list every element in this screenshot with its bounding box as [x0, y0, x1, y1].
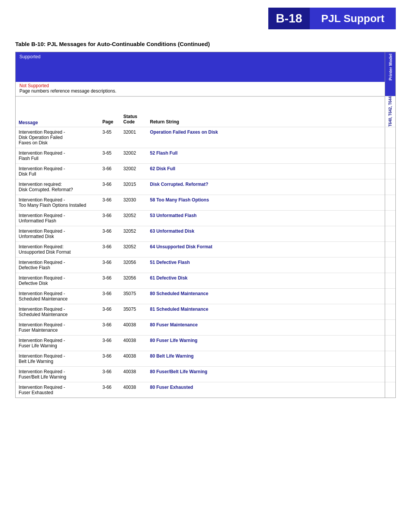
cell-message: Intervention Required -Defective Flash [16, 257, 99, 273]
header-box: B-18 PJL Support [268, 8, 396, 29]
printer-model-header-label: Printer Model [385, 52, 395, 82]
col-header-return: Return String [147, 97, 385, 127]
page-header: B-18 PJL Support [15, 8, 396, 29]
cell-status: 32002 [120, 163, 147, 179]
table-row: Intervention Required -Defective Flash 3… [16, 257, 395, 273]
table-row: Intervention Required -Fuser Maintenance… [16, 320, 395, 335]
cell-message: Intervention Required -Fuser Exhausted [16, 382, 99, 398]
table-row: Intervention Required -Too Many Flash Op… [16, 195, 395, 210]
cell-page: 3-66 [99, 288, 120, 304]
cell-return: 80 Fuser Life Warning [147, 335, 385, 351]
cell-status: 35075 [120, 304, 147, 320]
legend-not-supported-text: Not Supported [19, 83, 381, 88]
cell-printer-model [385, 335, 395, 351]
table-row: Intervention Required -Scheduled Mainten… [16, 304, 395, 320]
legend-not-supported-container: Not Supported [16, 82, 395, 88]
cell-message: Intervention Required:Unsupported Disk F… [16, 241, 99, 257]
cell-printer-model [385, 195, 395, 210]
cell-printer-model [385, 127, 395, 148]
table-row: Intervention Required -Defective Disk 3-… [16, 273, 395, 288]
cell-status: 32015 [120, 179, 147, 195]
cell-page: 3-65 [99, 148, 120, 163]
cell-return: 63 Unformatted Disk [147, 226, 385, 241]
cell-status: 40038 [120, 320, 147, 335]
table-row: Intervention Required -Fuser/Belt Life W… [16, 366, 395, 382]
cell-return: 61 Defective Disk [147, 273, 385, 288]
cell-printer-model [385, 226, 395, 241]
cell-message: Intervention Required -Fuser Life Warnin… [16, 335, 99, 351]
cell-printer-model [385, 366, 395, 382]
table-row: Intervention Required -Unformatted Disk … [16, 226, 395, 241]
table-row: Intervention Required -Scheduled Mainten… [16, 288, 395, 304]
cell-page: 3-66 [99, 351, 120, 366]
cell-status: 35075 [120, 288, 147, 304]
table-row: Intervention Required -Belt Life Warning… [16, 351, 395, 366]
col-header-message: Message [16, 97, 99, 127]
cell-page: 3-66 [99, 163, 120, 179]
cell-printer-model [385, 320, 395, 335]
cell-printer-model [385, 273, 395, 288]
table-row: Intervention Required -Flash Full 3-65 3… [16, 148, 395, 163]
cell-printer-model [385, 304, 395, 320]
cell-message: Intervention Required -Unformatted Flash [16, 210, 99, 226]
printer-model-sub-label: T640, T642, T644 [385, 96, 395, 127]
cell-status: 40038 [120, 366, 147, 382]
table-row: Intervention Required -Disk Full 3-66 32… [16, 163, 395, 179]
cell-return: 52 Flash Full [147, 148, 385, 163]
cell-message: Intervention Required -Fuser Maintenance [16, 320, 99, 335]
col-header-page: Page [99, 97, 120, 127]
table-row: Intervention Required:Unsupported Disk F… [16, 241, 395, 257]
cell-message: Intervention Required -Belt Life Warning [16, 351, 99, 366]
cell-return: Disk Corrupted. Reformat? [147, 179, 385, 195]
cell-return: 62 Disk Full [147, 163, 385, 179]
cell-page: 3-66 [99, 273, 120, 288]
cell-page: 3-66 [99, 179, 120, 195]
cell-printer-model [385, 210, 395, 226]
printer-model-header-filler-1 [385, 82, 395, 88]
cell-message: Intervention Required -Scheduled Mainten… [16, 288, 99, 304]
cell-status: 32052 [120, 210, 147, 226]
cell-page: 3-66 [99, 320, 120, 335]
cell-printer-model [385, 257, 395, 273]
cell-page: 3-66 [99, 366, 120, 382]
cell-message: Intervention Required -Defective Disk [16, 273, 99, 288]
cell-return: 58 Too Many Flash Options [147, 195, 385, 210]
cell-return: 53 Unformatted Flash [147, 210, 385, 226]
table-row: Intervention Required -Unformatted Flash… [16, 210, 395, 226]
cell-status: 32056 [120, 273, 147, 288]
section-title: Table B-10: PJL Messages for Auto-Contin… [15, 41, 396, 47]
legend-supported: Supported [16, 52, 385, 82]
cell-page: 3-66 [99, 382, 120, 398]
legend-note-text: Page numbers reference message descripti… [16, 88, 385, 96]
cell-printer-model [385, 351, 395, 366]
table-row: Intervention Required -Fuser Life Warnin… [16, 335, 395, 351]
headers-table: Message Page Status Code Return String [16, 96, 385, 127]
cell-message: Intervention Required -Too Many Flash Op… [16, 195, 99, 210]
cell-page: 3-66 [99, 304, 120, 320]
cell-message: Intervention Required -Unformatted Disk [16, 226, 99, 241]
cell-status: 32052 [120, 241, 147, 257]
cell-status: 32056 [120, 257, 147, 273]
cell-page: 3-65 [99, 127, 120, 148]
cell-return: 80 Fuser Maintenance [147, 320, 385, 335]
cell-return: 80 Fuser Exhausted [147, 382, 385, 398]
legend-note-container: Page numbers reference message descripti… [16, 88, 395, 96]
cell-printer-model [385, 382, 395, 398]
cell-message: Intervention Required -Fuser/Belt Life W… [16, 366, 99, 382]
printer-model-header-text: Printer Model [388, 54, 393, 80]
cell-message: Intervention required:Disk Corrupted. Re… [16, 179, 99, 195]
cell-status: 32002 [120, 148, 147, 163]
page-number: B-18 [268, 8, 310, 29]
cell-return: 80 Belt Life Warning [147, 351, 385, 366]
cell-message: Intervention Required -Flash Full [16, 148, 99, 163]
cell-printer-model [385, 241, 395, 257]
cell-printer-model [385, 163, 395, 179]
cell-page: 3-66 [99, 195, 120, 210]
cell-return: 64 Unsupported Disk Format [147, 241, 385, 257]
data-table: Intervention Required -Disk Operation Fa… [16, 127, 395, 398]
table-row: Intervention Required -Fuser Exhausted 3… [16, 382, 395, 398]
cell-printer-model [385, 179, 395, 195]
legend-not-supported-row: Not Supported [16, 82, 385, 88]
printer-model-header-filler-2 [385, 88, 395, 96]
cell-page: 3-66 [99, 241, 120, 257]
